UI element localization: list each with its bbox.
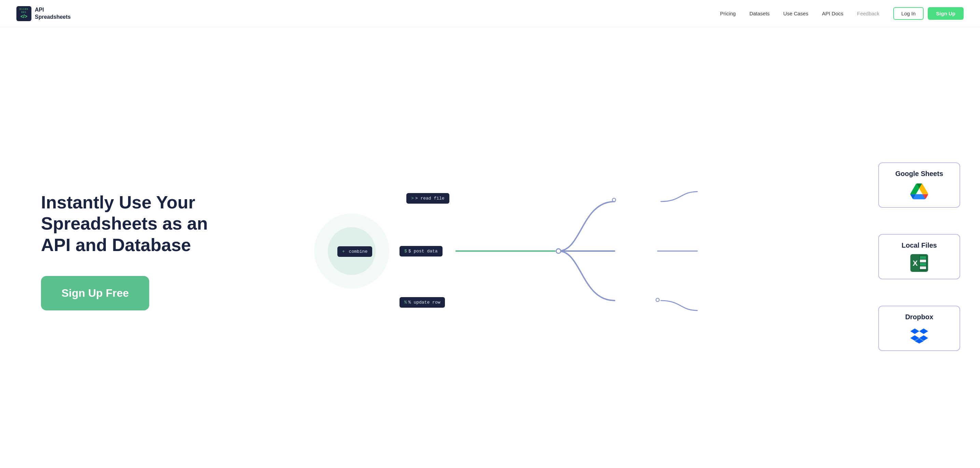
logo[interactable]: 01100 001 </> API Spreadsheets [16,6,71,21]
logo-icon: 01100 001 </> [16,6,32,21]
google-sheets-label: Google Sheets [895,170,943,178]
hero-diagram: >> read file $$ post data + combine %% u… [246,149,964,354]
svg-point-2 [656,298,659,301]
nav-pricing[interactable]: Pricing [720,11,736,16]
google-drive-icon [910,182,928,200]
logo-binary1: 01100 [19,8,28,11]
signup-hero-button[interactable]: Sign Up Free [41,276,149,310]
nav-use-cases[interactable]: Use Cases [783,11,808,16]
svg-point-1 [612,198,616,201]
cmd-update-row: %% update row [399,297,445,308]
svg-text:X: X [913,259,918,267]
hero-left: Instantly Use Your Spreadsheets as an AP… [41,192,232,310]
nav-links: Pricing Datasets Use Cases API Docs Feed… [720,11,880,16]
svg-rect-8 [920,267,926,269]
cmd-read-file: >> read file [406,193,449,204]
hero-section: Instantly Use Your Spreadsheets as an AP… [0,27,980,468]
google-sheets-card: Google Sheets [878,162,960,208]
nav-feedback[interactable]: Feedback [857,11,880,16]
svg-rect-7 [920,263,926,266]
svg-rect-6 [920,260,926,262]
local-files-label: Local Files [902,241,937,249]
dropbox-label: Dropbox [905,313,933,321]
svg-point-0 [556,249,561,254]
svg-rect-5 [920,256,926,259]
logo-binary2: 001 [21,11,27,14]
hero-title: Instantly Use Your Spreadsheets as an AP… [41,192,232,255]
cmd-post-data: $$ post data [399,246,442,257]
dropbox-icon [910,326,928,344]
excel-icon: X [910,254,928,272]
logo-brackets: </> [21,14,27,19]
signup-nav-button[interactable]: Sign Up [928,7,964,20]
logo-text: API Spreadsheets [35,6,71,21]
local-files-card: Local Files X [878,234,960,279]
cmd-combine-visible: + combine [337,246,372,257]
nav-api-docs[interactable]: API Docs [822,11,843,16]
nav-datasets[interactable]: Datasets [749,11,770,16]
navbar: 01100 001 </> API Spreadsheets Pricing D… [0,0,980,27]
dropbox-card: Dropbox [878,306,960,351]
login-button[interactable]: Log In [893,7,924,20]
